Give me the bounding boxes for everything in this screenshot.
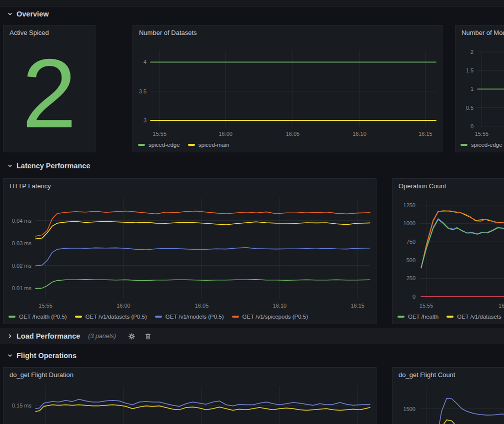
section-header-load-performance[interactable]: Load Performance (3 panels) (0, 328, 504, 344)
svg-text:0.03 ms: 0.03 ms (12, 240, 32, 246)
svg-text:16:10: 16:10 (352, 131, 366, 137)
svg-text:1: 1 (470, 86, 474, 92)
stat-value: 2 (4, 38, 95, 149)
panel-count-label: (3 panels) (88, 333, 116, 340)
chart-canvas[interactable]: 15:5516:0016:0516:1016:1521.510.50 (456, 25, 504, 152)
panel-operation-count: Operation Count 15:5516:0016:0516:1016:1… (392, 178, 504, 324)
svg-text:250: 250 (406, 275, 416, 281)
panel-do-get-flight-count: do_get Flight Count 15:5516:0016:0516:10… (392, 367, 504, 424)
chevron-down-icon (7, 353, 13, 359)
legend-swatch (155, 316, 162, 318)
chevron-down-icon (7, 163, 13, 169)
legend-item[interactable]: spiced-main (188, 142, 230, 148)
svg-text:1.5: 1.5 (466, 67, 474, 73)
svg-text:16:05: 16:05 (195, 303, 209, 309)
svg-text:1500: 1500 (404, 406, 416, 412)
section-header-latency-performance[interactable]: Latency Performance (7, 160, 90, 172)
svg-text:750: 750 (406, 239, 416, 245)
legend-swatch (75, 316, 82, 318)
panel-title[interactable]: Number of Datasets (139, 29, 197, 36)
legend-swatch (398, 316, 404, 318)
panel-number-of-datasets: Number of Datasets 15:5516:0016:0516:101… (132, 25, 442, 152)
panel-title[interactable]: Operation Count (398, 182, 446, 190)
legend-item[interactable]: GET /health (398, 314, 438, 320)
section-title: Overview (16, 10, 49, 18)
legend-swatch (446, 316, 454, 318)
gear-icon[interactable] (128, 333, 136, 340)
section-title: Load Performance (16, 332, 80, 340)
svg-text:16:00: 16:00 (116, 303, 130, 309)
svg-text:16:00: 16:00 (498, 303, 504, 309)
svg-text:0: 0 (470, 123, 474, 129)
svg-text:0.01 ms: 0.01 ms (12, 285, 32, 291)
chart-canvas[interactable]: 15:5516:0016:0516:1016:150.04 ms0.03 ms0… (4, 179, 376, 324)
svg-text:3: 3 (144, 117, 146, 123)
svg-text:15:55: 15:55 (420, 303, 434, 309)
svg-text:0.15 ms: 0.15 ms (12, 403, 32, 409)
legend-item[interactable]: GET /v1/spicepods (P0.5) (232, 314, 308, 320)
svg-text:2: 2 (470, 49, 474, 55)
legend-item[interactable]: GET /v1/datasets (P0.5) (75, 314, 147, 320)
legend-swatch (232, 316, 239, 318)
panel-title[interactable]: Number of Models (462, 29, 504, 36)
legend-item[interactable]: GET /health (P0.5) (8, 314, 67, 320)
svg-text:16:05: 16:05 (286, 131, 300, 137)
panel-title[interactable]: do_get Flight Count (398, 371, 455, 379)
svg-text:15:55: 15:55 (153, 131, 167, 137)
svg-text:15:55: 15:55 (475, 131, 489, 137)
panel-title[interactable]: Active Spiced (10, 29, 49, 36)
legend-item[interactable]: GET /v1/models (P0.5) (155, 314, 224, 320)
legend-item[interactable]: spiced-edge (460, 142, 502, 148)
legend-item[interactable]: spiced-edge (138, 142, 180, 148)
legend: spiced-edgespiced-main (138, 142, 230, 148)
chart-canvas[interactable]: 15:5516:0016:0516:1016:1543.53 (133, 25, 442, 152)
section-header-flight-operations[interactable]: Flight Operations (7, 350, 76, 362)
legend-swatch (188, 144, 195, 146)
svg-text:16:10: 16:10 (273, 303, 287, 309)
legend-item[interactable]: GET /v1/datasets (446, 314, 502, 320)
legend-swatch (138, 144, 145, 146)
trash-icon[interactable] (144, 333, 152, 340)
svg-text:4: 4 (144, 59, 146, 65)
svg-text:15:55: 15:55 (38, 303, 52, 309)
svg-text:500: 500 (406, 257, 416, 263)
svg-text:0.5: 0.5 (466, 105, 474, 111)
legend: GET /healthGET /v1/datasetsGET /v1/model… (398, 314, 504, 320)
legend-swatch (8, 316, 16, 318)
legend: GET /health (P0.5)GET /v1/datasets (P0.5… (8, 314, 308, 320)
panel-title[interactable]: do_get Flight Duration (10, 371, 74, 379)
svg-text:16:15: 16:15 (350, 303, 364, 309)
panel-active-spiced: Active Spiced 2 (3, 25, 96, 152)
section-title: Latency Performance (16, 162, 90, 170)
grafana-dashboard: { "sections": { "overview": {"title": "O… (0, 0, 504, 424)
svg-text:0.02 ms: 0.02 ms (12, 263, 32, 269)
legend-swatch (460, 144, 468, 146)
svg-text:16:15: 16:15 (418, 131, 432, 137)
top-strip (0, 0, 504, 6)
svg-text:3.5: 3.5 (139, 88, 146, 94)
svg-text:1000: 1000 (404, 220, 416, 226)
panel-title[interactable]: HTTP Latency (10, 182, 51, 190)
legend: spiced-edge (460, 142, 502, 148)
section-title: Flight Operations (16, 352, 76, 360)
chevron-right-icon (7, 333, 13, 339)
panel-do-get-flight-duration: do_get Flight Duration 15:5516:0016:0516… (3, 367, 376, 424)
svg-text:0: 0 (412, 294, 416, 300)
panel-http-latency: HTTP Latency 15:5516:0016:0516:1016:150.… (3, 178, 376, 324)
svg-text:0.04 ms: 0.04 ms (12, 218, 32, 224)
chevron-down-icon (7, 11, 13, 17)
chart-canvas[interactable]: 15:5516:0016:0516:1016:15125010007505002… (392, 179, 504, 324)
svg-text:16:00: 16:00 (218, 131, 232, 137)
section-header-overview[interactable]: Overview (7, 8, 49, 20)
svg-text:1250: 1250 (404, 202, 416, 208)
panel-number-of-models: Number of Models 15:5516:0016:0516:1016:… (455, 25, 504, 152)
